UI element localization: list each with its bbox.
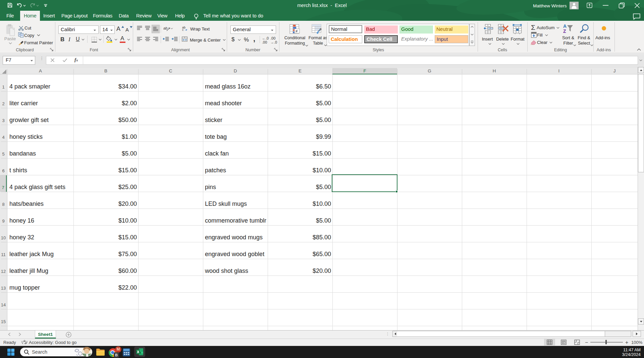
svg-text:c: c [182, 28, 184, 31]
svg-text:Z: Z [563, 28, 566, 34]
svg-text:A: A [563, 23, 567, 29]
svg-text:ab: ab [163, 26, 167, 30]
svg-text:≠: ≠ [296, 29, 298, 34]
